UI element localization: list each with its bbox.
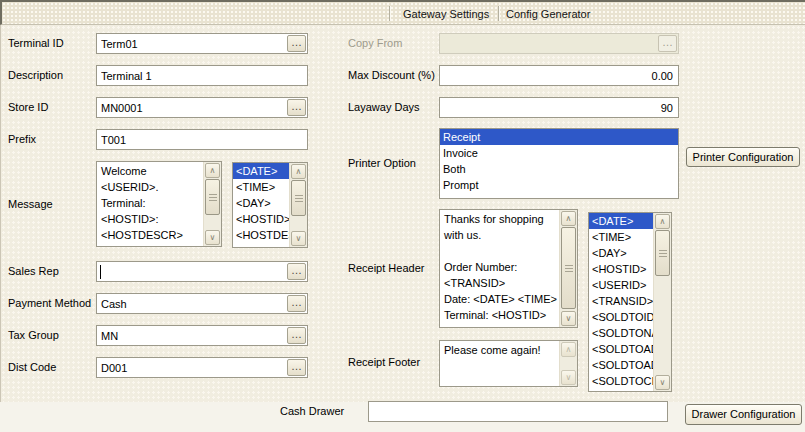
printer-configuration-button[interactable]: Printer Configuration [686, 147, 800, 167]
scroll-up-icon[interactable]: ∧ [561, 211, 576, 226]
toolbar-separator [498, 6, 499, 21]
ellipsis-icon: … [662, 36, 673, 48]
description-label: Description [8, 69, 63, 82]
store-id-label: Store ID [8, 101, 48, 114]
printer-option-label: Printer Option [348, 157, 416, 170]
scroll-down-icon[interactable]: ∨ [561, 311, 576, 326]
max-discount-field[interactable] [439, 65, 679, 86]
scrollbar-thumb[interactable] [205, 179, 220, 215]
scroll-up-icon[interactable]: ∧ [291, 164, 306, 179]
list-item[interactable]: <USERID> [233, 243, 290, 247]
prefix-input[interactable] [97, 130, 307, 149]
list-item[interactable]: <DATE> [233, 163, 290, 179]
list-item[interactable]: Prompt [440, 177, 678, 193]
list-item[interactable]: Invoice [440, 145, 678, 161]
list-item[interactable]: <SOLDTOCITY> [589, 373, 654, 389]
scroll-down-icon[interactable]: ∨ [655, 375, 670, 390]
terminal-id-label: Terminal ID [8, 37, 64, 50]
layaway-days-label: Layaway Days [348, 101, 420, 114]
description-input[interactable] [97, 66, 307, 85]
config-generator-window: Gateway Settings Config Generator Termin… [0, 0, 805, 432]
message-tag-list[interactable]: <DATE> <TIME> <DAY> <HOSTID> <HOSTDESCR>… [232, 162, 308, 248]
max-discount-label: Max Discount (%) [348, 69, 435, 82]
cash-drawer-input[interactable] [369, 402, 667, 421]
prefix-field[interactable] [96, 129, 308, 150]
list-item[interactable]: <TRANSID> [589, 293, 654, 309]
tab-bar: Gateway Settings Config Generator [0, 0, 805, 25]
receipt-header-scrollbar[interactable]: ∧ ∨ [559, 210, 577, 327]
receipt-footer-text: Please come again! [440, 341, 560, 386]
scrollbar-thumb[interactable] [655, 230, 670, 276]
list-item[interactable]: <SOLDTOADDR2> [589, 357, 654, 373]
dist-code-browse-button[interactable]: … [287, 359, 306, 376]
ellipsis-icon: … [291, 264, 302, 276]
scroll-down-icon[interactable]: ∨ [205, 230, 220, 245]
ellipsis-icon: … [291, 100, 302, 112]
list-item[interactable]: <USERID> [589, 277, 654, 293]
printer-option-list[interactable]: Receipt Invoice Both Prompt [439, 128, 679, 199]
store-id-field[interactable]: … [96, 97, 308, 118]
terminal-id-browse-button[interactable]: … [287, 35, 306, 52]
sales-rep-field[interactable]: … [96, 261, 308, 282]
store-id-browse-button[interactable]: … [287, 99, 306, 116]
list-item[interactable]: Both [440, 161, 678, 177]
scrollbar-thumb[interactable] [291, 180, 306, 216]
tab-config-generator[interactable]: Config Generator [506, 7, 590, 21]
list-item[interactable]: <HOSTID> [233, 211, 290, 227]
tax-group-field[interactable]: … [96, 325, 308, 346]
drawer-configuration-button[interactable]: Drawer Configuration [685, 404, 802, 425]
list-item[interactable]: <SOLDTOADDR1> [589, 341, 654, 357]
receipt-footer-textarea[interactable]: Please come again! ∧ ∨ [439, 340, 578, 387]
receipt-header-text: Thanks for shopping with us. Order Numbe… [440, 210, 560, 327]
message-textarea[interactable]: Welcome <USERID>. Terminal: <HOSTID>: <H… [96, 161, 222, 247]
scrollbar-thumb[interactable] [561, 227, 576, 309]
text-cursor [100, 265, 101, 279]
list-item[interactable]: <HOSTDESCR> [233, 227, 290, 243]
scroll-down-icon[interactable]: ∨ [561, 370, 576, 385]
copy-from-field: … [439, 33, 679, 54]
list-item[interactable]: <SOLDTOID> [589, 309, 654, 325]
dist-code-input[interactable] [97, 358, 307, 377]
scroll-up-icon[interactable]: ∧ [205, 163, 220, 178]
receipt-tag-scrollbar[interactable]: ∧ ∨ [653, 213, 671, 391]
list-item[interactable]: <TIME> [233, 179, 290, 195]
dist-code-field[interactable]: … [96, 357, 308, 378]
layaway-days-field[interactable] [439, 97, 679, 118]
scroll-up-icon[interactable]: ∧ [561, 342, 576, 357]
cash-drawer-field[interactable] [368, 401, 668, 422]
tax-group-input[interactable] [97, 326, 307, 345]
list-item[interactable]: <DATE> [589, 213, 654, 229]
list-item[interactable]: Receipt [440, 129, 678, 145]
description-field[interactable] [96, 65, 308, 86]
list-item[interactable]: <DAY> [233, 195, 290, 211]
terminal-id-input[interactable] [97, 34, 307, 53]
copy-from-label: Copy From [348, 37, 402, 50]
tax-group-browse-button[interactable]: … [287, 327, 306, 344]
layaway-days-input[interactable] [440, 98, 678, 117]
payment-method-input[interactable] [97, 294, 307, 313]
payment-method-browse-button[interactable]: … [287, 295, 306, 312]
list-item[interactable]: <DAY> [589, 245, 654, 261]
thumb-grip-icon [565, 265, 573, 272]
tab-gateway-settings[interactable]: Gateway Settings [403, 7, 489, 21]
receipt-footer-scrollbar[interactable]: ∧ ∨ [559, 341, 577, 386]
terminal-id-field[interactable]: … [96, 33, 308, 54]
sales-rep-input[interactable] [97, 262, 307, 281]
payment-method-field[interactable]: … [96, 293, 308, 314]
cash-drawer-label: Cash Drawer [280, 405, 344, 418]
store-id-input[interactable] [97, 98, 307, 117]
list-item[interactable]: <HOSTID> [589, 261, 654, 277]
toolbar-separator [389, 6, 390, 21]
thumb-grip-icon [659, 250, 667, 257]
receipt-header-textarea[interactable]: Thanks for shopping with us. Order Numbe… [439, 209, 578, 328]
list-item[interactable]: <TIME> [589, 229, 654, 245]
sales-rep-browse-button[interactable]: … [287, 263, 306, 280]
scroll-down-icon[interactable]: ∨ [291, 231, 306, 246]
list-item[interactable]: <SOLDTONAME> [589, 325, 654, 341]
receipt-tag-list[interactable]: <DATE> <TIME> <DAY> <HOSTID> <USERID> <T… [588, 212, 672, 392]
scroll-up-icon[interactable]: ∧ [655, 214, 670, 229]
thumb-grip-icon [209, 194, 217, 201]
message-tag-scrollbar[interactable]: ∧ ∨ [289, 163, 307, 247]
max-discount-input[interactable] [440, 66, 678, 85]
message-scrollbar[interactable]: ∧ ∨ [203, 162, 221, 246]
